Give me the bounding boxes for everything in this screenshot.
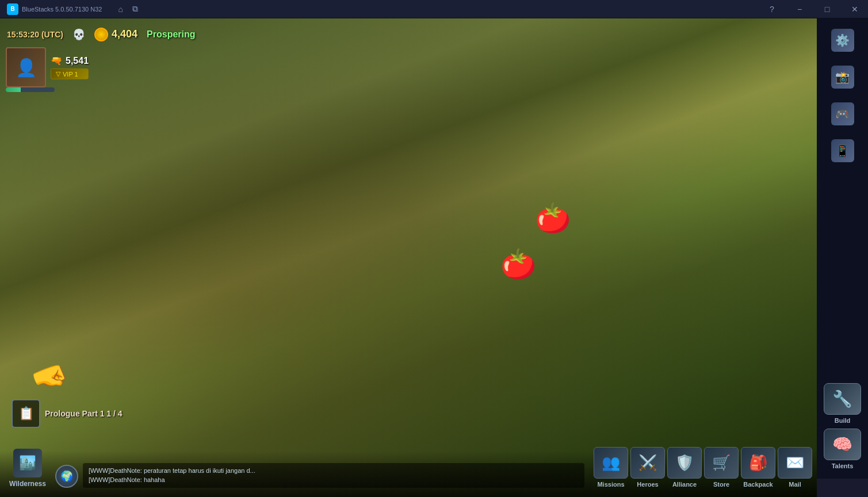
bluestacks-logo-icon: B xyxy=(7,3,18,15)
sidebar-btn-1[interactable]: ⚙️ xyxy=(822,23,863,58)
build-icon: 🔧 xyxy=(824,383,861,415)
sidebar-icon-3: 🎮 xyxy=(831,102,854,125)
sidebar-btn-3[interactable]: 🎮 xyxy=(822,97,863,131)
build-button[interactable]: 🔧 Build xyxy=(824,383,861,424)
home-icon[interactable]: ⌂ xyxy=(118,5,123,14)
help-button[interactable]: ? xyxy=(759,0,785,18)
talents-icon: 🧠 xyxy=(824,429,861,460)
sidebar-right: ⚙️ 📸 🎮 📱 🔧 Build 🧠 Talents xyxy=(817,18,868,479)
maximize-button[interactable]: □ xyxy=(814,0,840,18)
display-icon[interactable]: ⧉ xyxy=(132,4,138,14)
bluestacks-logo: B BlueStacks 5.0.50.7130 N32 xyxy=(0,3,109,15)
sidebar-icon-2: 📸 xyxy=(831,66,854,89)
close-button[interactable]: ✕ xyxy=(842,0,868,18)
talents-label: Talents xyxy=(832,462,854,469)
sidebar-btn-4[interactable]: 📱 xyxy=(822,133,863,168)
titlebar-icons: ⌂ ⧉ xyxy=(109,4,147,14)
minimize-button[interactable]: − xyxy=(786,0,813,18)
build-label: Build xyxy=(835,417,851,424)
bluestacks-title: BlueStacks 5.0.50.7130 N32 xyxy=(22,6,102,13)
tomato-icon-1: 🍅 xyxy=(535,201,571,235)
sidebar-icon-1: ⚙️ xyxy=(831,29,854,52)
titlebar-controls: ? − □ ✕ xyxy=(759,0,868,18)
sidebar-btn-2[interactable]: 📸 xyxy=(822,60,863,94)
game-background xyxy=(0,18,817,497)
talents-button[interactable]: 🧠 Talents xyxy=(824,429,861,469)
tomato-icon-2: 🍅 xyxy=(500,247,536,281)
sidebar-icon-4: 📱 xyxy=(831,139,854,162)
bluestacks-titlebar: B BlueStacks 5.0.50.7130 N32 ⌂ ⧉ ? − □ ✕ xyxy=(0,0,868,18)
